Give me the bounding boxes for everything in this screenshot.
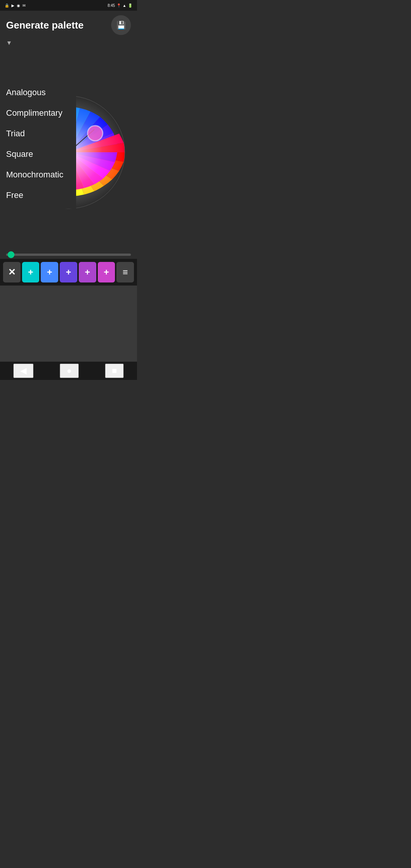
status-bar: 🔒 ▶ ◉ ✉ 8:45 📍 ▲ 🔋 [0,0,137,11]
play-icon: ▶ [11,3,14,8]
header: Generate palette 💾 [0,11,137,38]
add-violet-icon: + [85,267,90,278]
home-button[interactable]: ● [60,364,78,378]
slider-area[interactable] [0,247,137,259]
dropdown-row: ▼ [0,38,137,49]
dropdown-item-free[interactable]: Free [0,185,76,206]
dropdown-item-analogous[interactable]: Analogous [0,82,76,103]
message-icon: ✉ [22,3,25,8]
list-button[interactable]: ≡ [116,262,134,282]
add-color-magenta-button[interactable]: + [98,262,115,282]
content-area: Analogous Complimentary Triad Square Mon… [0,49,137,247]
dropdown-arrow-icon[interactable]: ▼ [6,40,12,46]
slider-track[interactable] [6,254,131,256]
add-cyan-icon: + [28,267,33,278]
add-color-purple-button[interactable]: + [60,262,77,282]
add-color-blue-button[interactable]: + [41,262,58,282]
time-display: 8:45 [108,3,115,8]
status-left: 🔒 ▶ ◉ ✉ [5,3,25,8]
add-blue-icon: + [47,267,52,278]
add-purple-icon: + [66,267,71,278]
dropdown-item-monochromatic[interactable]: Monochromatic [0,164,76,185]
palette-area [0,286,137,362]
delete-icon: ✕ [8,267,16,278]
dropdown-menu: Analogous Complimentary Triad Square Mon… [0,79,76,209]
dropdown-item-complimentary[interactable]: Complimentary [0,103,76,123]
lock-icon: 🔒 [5,3,9,8]
page: 🔒 ▶ ◉ ✉ 8:45 📍 ▲ 🔋 Generate palette 💾 ▼ [0,0,137,380]
back-button[interactable]: ◀ [13,364,33,378]
slider-thumb[interactable] [8,251,14,258]
status-right: 8:45 📍 ▲ 🔋 [108,3,132,8]
recent-button[interactable]: ■ [105,364,124,378]
save-button[interactable]: 💾 [111,15,131,35]
save-icon: 💾 [116,21,126,30]
location-icon: 📍 [116,3,121,8]
dropdown-item-square[interactable]: Square [0,144,76,164]
circle-icon: ◉ [17,3,20,8]
handle-pink [88,126,103,141]
delete-button[interactable]: ✕ [3,262,21,282]
battery-icon: 🔋 [128,3,132,8]
page-title: Generate palette [6,19,84,31]
bottom-toolbar: ✕ + + + + + ≡ [0,259,137,286]
wifi-icon: ▲ [123,3,126,8]
add-color-violet-button[interactable]: + [79,262,96,282]
add-magenta-icon: + [104,267,109,278]
add-color-cyan-button[interactable]: + [22,262,40,282]
nav-bar: ◀ ● ■ [0,362,137,380]
dropdown-item-triad[interactable]: Triad [0,123,76,144]
list-icon: ≡ [123,267,128,278]
